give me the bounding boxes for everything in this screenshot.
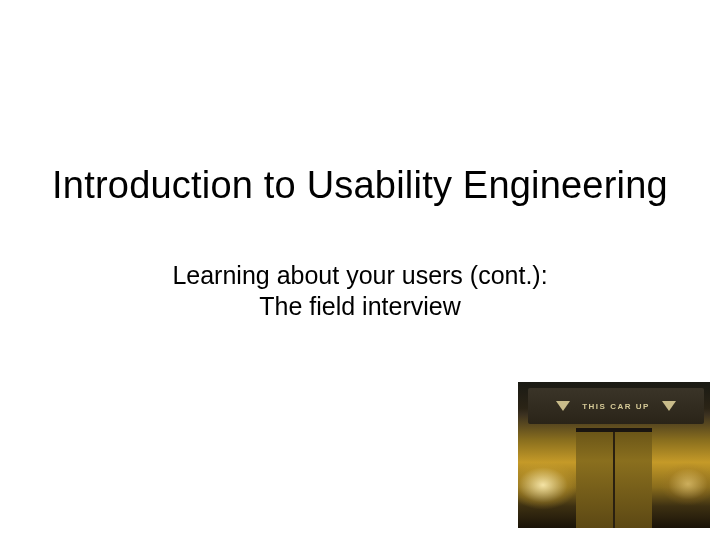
down-arrow-icon <box>556 401 570 411</box>
subtitle-line-1: Learning about your users (cont.): <box>0 260 720 291</box>
down-arrow-icon <box>662 401 676 411</box>
elevator-photo: THIS CAR UP <box>518 382 710 528</box>
light-glow-left <box>518 460 578 510</box>
elevator-sign: THIS CAR UP <box>528 388 704 424</box>
subtitle-line-2: The field interview <box>0 291 720 322</box>
elevator-door <box>576 428 652 528</box>
sign-text: THIS CAR UP <box>582 402 650 411</box>
slide-subtitle: Learning about your users (cont.): The f… <box>0 260 720 323</box>
light-glow-right <box>660 462 710 506</box>
slide-title: Introduction to Usability Engineering <box>0 164 720 207</box>
